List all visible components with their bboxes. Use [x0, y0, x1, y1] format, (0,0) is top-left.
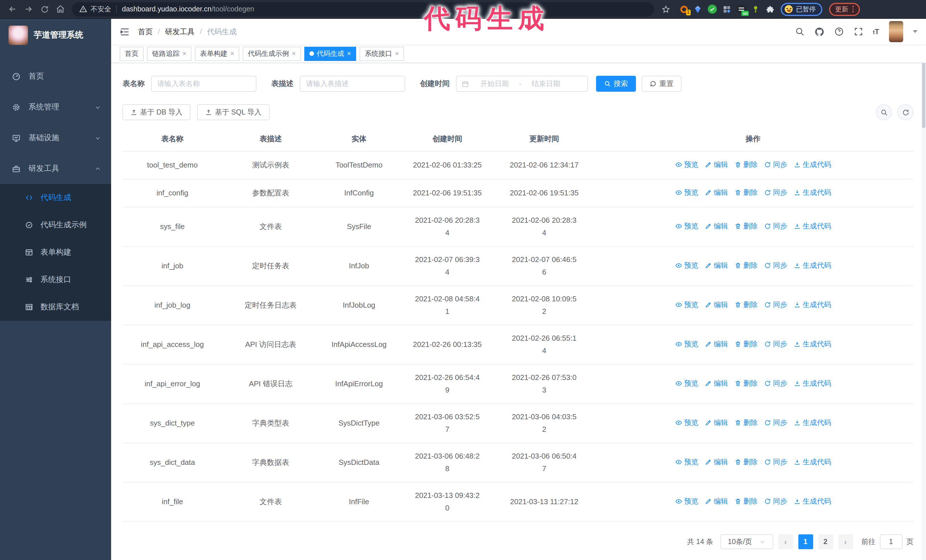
extension-key-icon[interactable]: [752, 5, 760, 14]
fullscreen-icon[interactable]: [853, 27, 863, 36]
extension-gem-icon[interactable]: [693, 5, 702, 14]
action-generate-link[interactable]: 生成代码: [793, 158, 831, 171]
action-edit-link[interactable]: 编辑: [705, 259, 728, 272]
action-preview-link[interactable]: 预览: [675, 338, 698, 350]
action-edit-link[interactable]: 编辑: [705, 299, 728, 311]
action-delete-link[interactable]: 删除: [734, 158, 758, 171]
action-sync-link[interactable]: 同步: [764, 259, 787, 272]
action-generate-link[interactable]: 生成代码: [793, 417, 831, 429]
profile-paused-pill[interactable]: 已暂停: [781, 3, 822, 16]
goto-page-input[interactable]: [879, 534, 902, 549]
action-sync-link[interactable]: 同步: [764, 495, 787, 507]
browser-menu-icon[interactable]: [852, 6, 853, 12]
sidebar-logo-row[interactable]: 芋道管理系统: [0, 19, 111, 51]
sidebar-item-db-doc[interactable]: 数据库文档: [0, 293, 111, 321]
action-generate-link[interactable]: 生成代码: [793, 186, 831, 199]
extension-check-icon[interactable]: [708, 5, 717, 14]
action-sync-link[interactable]: 同步: [764, 186, 787, 199]
action-edit-link[interactable]: 编辑: [705, 158, 728, 171]
action-generate-link[interactable]: 生成代码: [793, 220, 831, 232]
action-sync-link[interactable]: 同步: [764, 158, 787, 171]
action-preview-link[interactable]: 预览: [675, 158, 698, 171]
action-generate-link[interactable]: 生成代码: [793, 456, 831, 468]
action-delete-link[interactable]: 删除: [734, 417, 758, 429]
sidebar-item-form-builder[interactable]: 表单构建: [0, 239, 111, 266]
prev-page-button[interactable]: ‹: [778, 534, 793, 549]
action-delete-link[interactable]: 删除: [734, 299, 758, 311]
page-button-2[interactable]: 2: [818, 534, 833, 549]
extension-on-icon[interactable]: on: [737, 5, 746, 13]
extensions-puzzle-icon[interactable]: [765, 5, 774, 14]
action-delete-link[interactable]: 删除: [734, 220, 758, 232]
address-bar[interactable]: 不安全 dashboard.yudao.iocoder.cn/tool/code…: [72, 2, 654, 16]
action-edit-link[interactable]: 编辑: [705, 220, 728, 232]
action-edit-link[interactable]: 编辑: [705, 495, 728, 507]
breadcrumb-devtools[interactable]: 研发工具: [165, 27, 195, 37]
action-edit-link[interactable]: 编辑: [705, 456, 728, 468]
action-preview-link[interactable]: 预览: [675, 299, 698, 311]
action-preview-link[interactable]: 预览: [675, 495, 698, 507]
sidebar-item-codegen-example[interactable]: 代码生成示例: [0, 211, 111, 239]
action-delete-link[interactable]: 删除: [734, 456, 758, 468]
sidebar-fold-icon[interactable]: [120, 27, 130, 37]
github-icon[interactable]: [814, 27, 824, 37]
reload-icon[interactable]: [38, 2, 51, 16]
hide-search-button[interactable]: [876, 104, 892, 120]
import-sql-button[interactable]: 基于 SQL 导入: [197, 104, 269, 120]
action-sync-link[interactable]: 同步: [764, 417, 787, 429]
tab-codegen-example[interactable]: 代码生成示例 ×: [243, 47, 301, 61]
tab-close-icon[interactable]: ×: [292, 50, 296, 57]
action-preview-link[interactable]: 预览: [675, 417, 698, 429]
action-sync-link[interactable]: 同步: [764, 220, 787, 232]
caret-down-icon[interactable]: [913, 30, 917, 33]
extension-orange-icon[interactable]: 1: [680, 5, 688, 13]
action-sync-link[interactable]: 同步: [764, 338, 787, 350]
sidebar-item-system-api[interactable]: 系统接口: [0, 266, 111, 293]
home-icon[interactable]: [54, 2, 67, 16]
page-button-1[interactable]: 1: [798, 534, 813, 549]
action-sync-link[interactable]: 同步: [764, 456, 787, 468]
extension-grid-icon[interactable]: [723, 5, 731, 14]
action-generate-link[interactable]: 生成代码: [793, 377, 831, 389]
action-delete-link[interactable]: 删除: [734, 186, 758, 199]
sidebar-item-codegen[interactable]: 代码生成: [0, 184, 111, 211]
sidebar-item-home[interactable]: 首页: [0, 61, 111, 92]
tab-close-icon[interactable]: ×: [395, 50, 399, 57]
avatar[interactable]: [889, 21, 903, 42]
scrollbar-thumb[interactable]: [922, 54, 925, 128]
import-db-button[interactable]: 基于 DB 导入: [123, 104, 191, 120]
action-edit-link[interactable]: 编辑: [705, 377, 728, 389]
tab-codegen[interactable]: 代码生成 ×: [304, 47, 356, 61]
action-preview-link[interactable]: 预览: [675, 377, 698, 389]
help-icon[interactable]: [834, 27, 844, 36]
action-edit-link[interactable]: 编辑: [705, 417, 728, 429]
scrollbar[interactable]: [921, 19, 926, 560]
search-icon[interactable]: [794, 27, 804, 36]
tab-close-icon[interactable]: ×: [182, 50, 186, 57]
not-secure-warning[interactable]: 不安全: [79, 4, 111, 14]
action-delete-link[interactable]: 删除: [734, 495, 758, 507]
action-generate-link[interactable]: 生成代码: [793, 495, 831, 507]
browser-update-button[interactable]: 更新: [829, 3, 860, 16]
date-end-input[interactable]: [524, 80, 568, 88]
action-preview-link[interactable]: 预览: [675, 456, 698, 468]
table-name-input[interactable]: [151, 76, 256, 92]
sidebar-item-infra[interactable]: 基础设施: [0, 122, 111, 153]
action-delete-link[interactable]: 删除: [734, 338, 758, 350]
tab-form-builder[interactable]: 表单构建 ×: [195, 47, 239, 61]
back-icon[interactable]: [6, 2, 20, 16]
bookmark-star-icon[interactable]: [659, 2, 672, 16]
tab-close-icon[interactable]: ×: [347, 50, 351, 57]
reset-button[interactable]: 重置: [642, 76, 682, 92]
action-edit-link[interactable]: 编辑: [705, 338, 728, 350]
font-size-icon[interactable]: tT: [873, 27, 879, 36]
action-delete-link[interactable]: 删除: [734, 259, 758, 272]
table-desc-input[interactable]: [300, 76, 405, 92]
action-sync-link[interactable]: 同步: [764, 299, 787, 311]
forward-icon[interactable]: [22, 2, 35, 16]
action-sync-link[interactable]: 同步: [764, 377, 787, 389]
refresh-table-button[interactable]: [897, 104, 914, 120]
action-generate-link[interactable]: 生成代码: [793, 299, 831, 311]
breadcrumb-home[interactable]: 首页: [138, 27, 153, 37]
search-button[interactable]: 搜索: [596, 76, 636, 92]
